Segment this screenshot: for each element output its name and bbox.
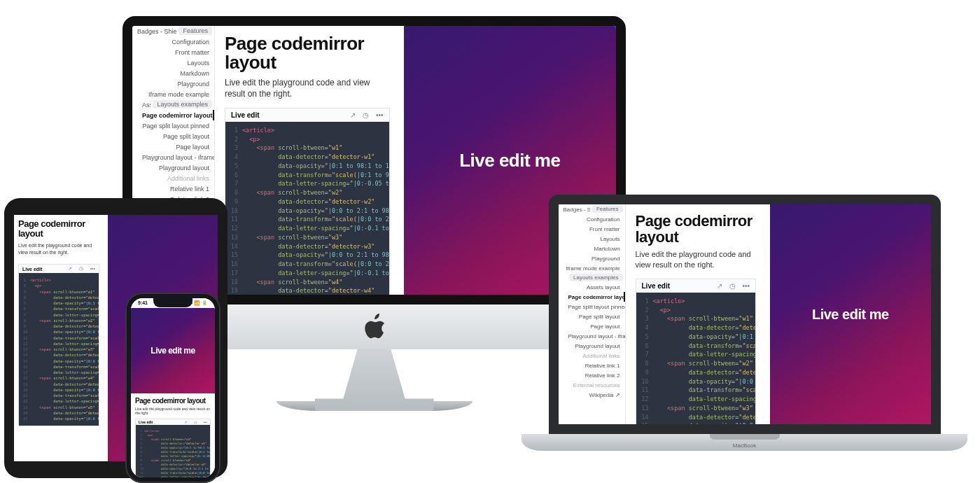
sidebar-item[interactable]: Page layout	[132, 141, 214, 152]
sidebar-item-label: Assets layout	[142, 102, 150, 108]
code-content: data-transform="scale(|0:0 to 2:1 to 98:…	[30, 335, 99, 341]
sidebar-item[interactable]: Page split layout	[132, 131, 214, 141]
apple-logo-icon	[363, 313, 386, 341]
sidebar-item[interactable]: Relative link 1	[132, 183, 214, 194]
more-icon[interactable]: •••	[376, 111, 384, 119]
sidebar-item[interactable]: Playground layout - iframe mode	[559, 331, 625, 341]
sidebar-item[interactable]: Configuration	[132, 36, 214, 47]
code-line: 2 <p>	[640, 306, 756, 315]
sidebar-item[interactable]: Badges - Shields	[559, 204, 590, 214]
code-line: 6 data-transform="scale(|0:1 to 98:1 to …	[640, 342, 756, 351]
sidebar-item[interactable]: Page split layout pinned	[559, 302, 625, 312]
sidebar-item-label: Relative link 2	[585, 372, 620, 379]
code-line: 3 <span scroll-btween="w1"	[230, 144, 389, 153]
code-content: data-opacity="|0:0 to 2:1 to 98:1 to 100…	[30, 358, 99, 364]
sidebar-item[interactable]: Wikipedia↗	[559, 390, 625, 400]
sidebar-item[interactable]: Playground layout	[132, 162, 214, 173]
more-icon[interactable]: •••	[90, 266, 95, 272]
sidebar-item[interactable]: Page split layout pinned	[132, 120, 214, 131]
sidebar-item[interactable]: Assets layout	[132, 99, 150, 110]
line-number: 3	[640, 314, 653, 323]
code-content: data-letter-spacing="|0:-0.1 to 100:0|em…	[30, 341, 99, 346]
open-external-icon[interactable]: ↗	[68, 266, 72, 272]
sidebar-item[interactable]: Relative link 1	[559, 360, 625, 370]
more-icon[interactable]: •••	[743, 282, 750, 290]
macbook-screen: FeaturesBadges - ShieldsConfigurationFro…	[549, 195, 941, 434]
code-line: 8 <span scroll-btween="w2"	[230, 188, 389, 197]
sidebar-item[interactable]: Playground layout	[559, 341, 625, 351]
sidebar-item[interactable]: Front matter	[559, 224, 625, 234]
history-icon[interactable]: ◷	[79, 266, 83, 272]
sidebar-item[interactable]: Additional links	[559, 351, 625, 360]
line-number: 12	[230, 224, 242, 233]
code-line: 2 <p>	[230, 135, 389, 144]
sidebar-item[interactable]: Playground	[132, 78, 214, 89]
sidebar-item-label: Badges - Shields	[137, 28, 176, 35]
line-number: 24	[23, 410, 30, 416]
line-number: 23	[23, 405, 30, 410]
code-editor[interactable]: 1<article>2 <p>3 <span scroll-btween="w1…	[225, 122, 390, 304]
sidebar-item[interactable]: Relative link 2	[559, 370, 625, 380]
code-content: <p>	[653, 306, 671, 315]
sidebar-item[interactable]: Layouts examples	[153, 100, 212, 108]
line-number: 6	[23, 306, 30, 312]
sidebar-item[interactable]: Layouts examples	[569, 274, 622, 281]
sidebar-item[interactable]: Assets layout	[559, 282, 625, 292]
code-content: data-letter-spacing="|0:-0.1 to 100:0|em…	[30, 398, 99, 404]
sidebar-item[interactable]: Page codemirror layout	[132, 110, 214, 120]
sidebar-item[interactable]: Iframe mode example	[559, 263, 625, 273]
code-line: 14 data-detector="detector-w3"	[230, 242, 389, 251]
sidebar-item[interactable]: Additional links	[132, 173, 214, 183]
history-icon[interactable]: ◷	[729, 282, 736, 290]
sidebar-item[interactable]: Playground	[559, 253, 625, 263]
line-number: 17	[230, 269, 242, 278]
sidebar-item[interactable]: Features	[178, 27, 212, 35]
open-external-icon[interactable]: ↗	[350, 111, 356, 119]
sidebar-item[interactable]: Markdown	[132, 68, 214, 78]
line-number: 16	[23, 364, 30, 370]
sidebar-item[interactable]: Layouts	[559, 234, 625, 244]
sidebar-item[interactable]: Iframe mode example	[132, 89, 214, 99]
sidebar-item[interactable]: Layouts	[132, 57, 214, 68]
sidebar-item-label: Wikipedia	[589, 392, 614, 398]
sidebar-item[interactable]: Configuration	[559, 214, 625, 224]
code-content: data-detector="detector-w3"	[30, 352, 99, 358]
code-line: 19 data-detector="detector-w4"	[23, 382, 99, 387]
editor-icons: ↗◷•••	[350, 111, 384, 119]
line-number: 4	[230, 153, 242, 162]
sidebar-item[interactable]: Badges - Shields	[132, 26, 176, 36]
preview-pane: Live edit me	[766, 204, 930, 424]
code-editor[interactable]: 1<article>2 <p>3 <span scroll-btween="w1…	[18, 273, 99, 426]
code-line: 15 data-opacity="|0:0 to 2:1 to 98:1 to …	[640, 421, 756, 430]
code-line: 9 data-detector="detector-w2"	[640, 368, 756, 377]
code-line: 7 data-letter-spacing="|0:-0.05 to 100:0…	[23, 312, 99, 318]
sidebar-item[interactable]: External resources	[559, 380, 625, 390]
sidebar-item-label: Markdown	[594, 246, 620, 252]
code-editor[interactable]: 1<article>2 <p>3 <span scroll-btween="w1…	[636, 293, 757, 434]
line-number: 17	[23, 370, 30, 375]
more-icon[interactable]: •••	[204, 420, 207, 424]
line-number: 9	[23, 323, 30, 329]
code-content: data-detector="detector-w3"	[242, 242, 374, 251]
sidebar-item[interactable]: Page codemirror layout	[559, 292, 625, 302]
sidebar-item-label: Playground	[177, 80, 209, 88]
line-number: 16	[230, 260, 242, 269]
history-icon[interactable]: ◷	[363, 111, 369, 119]
sidebar-item-label: Assets layout	[587, 284, 620, 290]
editor-label: Live edit	[642, 282, 671, 290]
sidebar-item[interactable]: Page layout	[559, 321, 625, 331]
code-content: data-letter-spacing="|0:-0.05 to 100:0|e…	[242, 179, 390, 188]
iphone-screen: 9:41 ●●● 📶 🔋 FeaturesBadges - ShieldsCon…	[131, 298, 215, 477]
open-external-icon[interactable]: ↗	[184, 420, 187, 424]
sidebar-item[interactable]: Markdown	[559, 244, 625, 253]
sidebar-item[interactable]: Page split layout	[559, 312, 625, 321]
history-icon[interactable]: ◷	[194, 420, 197, 424]
sidebar-item[interactable]: Playground layout - iframe mode	[132, 152, 214, 162]
open-external-icon[interactable]: ↗	[717, 282, 722, 290]
code-editor[interactable]: 1<article>2 <p>3 <span scroll-btween="w1…	[135, 425, 211, 477]
sidebar-item[interactable]: Front matter	[132, 47, 214, 57]
sidebar-item-label: Playground	[592, 255, 620, 262]
sidebar-item[interactable]: Features	[592, 205, 623, 213]
code-content: data-opacity="|0:1 to 98:1 to 100:0|"	[653, 332, 757, 342]
line-number: 13	[230, 233, 242, 242]
